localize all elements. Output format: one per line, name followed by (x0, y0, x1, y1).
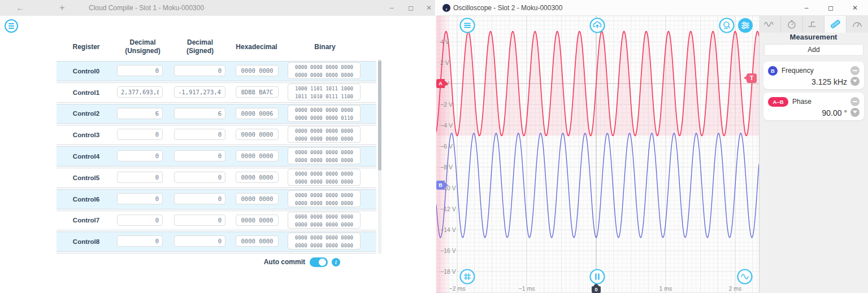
table-row: Control90000 0000 0000 00000000 0000 000… (57, 253, 376, 254)
auto-commit-toggle-knob[interactable] (319, 259, 326, 266)
binary-value[interactable]: 0000 0000 0000 00000000 0000 0000 0000 (288, 233, 361, 250)
stopwatch-tab[interactable] (781, 16, 803, 33)
register-label: Control9 (57, 253, 116, 254)
decimal-unsigned-input[interactable] (117, 193, 163, 204)
col-header-hexadecimal: Hexadecimal (231, 38, 283, 61)
measurement-name: Frequency (782, 67, 814, 75)
register-label: Control5 (57, 168, 116, 187)
step-function-tab[interactable] (803, 16, 825, 33)
decimal-unsigned-input[interactable] (117, 215, 163, 226)
table-row: Control70000 0000 0000 00000000 0000 000… (57, 211, 376, 231)
decimal-unsigned-input[interactable] (117, 108, 163, 119)
waveform-generator-button[interactable] (737, 269, 753, 285)
x-axis-tick-label: 1 ms (652, 285, 680, 292)
binary-value[interactable]: 0000 0000 0000 00000000 0000 0000 0000 (288, 62, 361, 79)
hexadecimal-input[interactable] (236, 86, 279, 98)
maximize-button[interactable]: ◻ (822, 0, 839, 16)
y-axis-tick-label: −16 V (440, 247, 456, 255)
new-tab-icon[interactable]: + (57, 0, 68, 16)
decimal-signed-input[interactable] (174, 108, 225, 119)
trigger-level-marker[interactable]: T (747, 73, 757, 83)
grid-settings-button[interactable] (459, 269, 475, 285)
scope-menu-button[interactable] (459, 18, 475, 33)
measurement-card-phase[interactable]: A–BPhase90.00 ° (763, 93, 864, 120)
decimal-signed-input[interactable] (174, 129, 225, 140)
info-icon[interactable]: i (332, 258, 340, 266)
channel-badge: B (768, 66, 778, 76)
pause-button[interactable] (589, 269, 605, 285)
table-row: Control60000 0000 0000 00000000 0000 000… (57, 189, 376, 209)
col-header-decimal-signed: Decimal (Signed) (170, 38, 231, 56)
channel-b-marker[interactable]: B (436, 181, 445, 190)
decimal-unsigned-input[interactable] (117, 129, 163, 140)
binary-value[interactable]: 0000 0000 0000 00000000 0000 0000 0000 (288, 169, 361, 186)
hexadecimal-input[interactable] (236, 172, 279, 183)
minimize-button[interactable]: – (798, 0, 815, 16)
settings-sliders-button[interactable] (737, 18, 753, 33)
decimal-unsigned-input[interactable] (117, 235, 163, 247)
decimal-signed-input[interactable] (174, 235, 225, 247)
hexadecimal-input[interactable] (236, 129, 279, 140)
decimal-signed-input[interactable] (174, 215, 225, 226)
measurement-card-frequency[interactable]: BFrequency3.125 kHz (763, 62, 864, 89)
hexadecimal-input[interactable] (236, 108, 279, 119)
register-label: Control3 (57, 125, 116, 145)
decimal-signed-input[interactable] (174, 150, 225, 161)
y-axis-tick-label: −4 V (440, 121, 453, 129)
decimal-unsigned-input[interactable] (117, 65, 163, 76)
decimal-signed-input[interactable] (174, 172, 225, 183)
binary-value[interactable]: 1000 1101 1011 10001011 1010 0111 1100 (288, 84, 361, 100)
trigger-time-marker[interactable]: 0 (592, 286, 601, 293)
decimal-signed-input[interactable] (174, 193, 225, 204)
hexadecimal-input[interactable] (236, 65, 279, 76)
close-button[interactable]: ✕ (420, 0, 437, 16)
y-axis-tick-label: −12 V (440, 205, 456, 213)
close-button[interactable]: ✕ (847, 0, 863, 16)
x-axis-tick-label: −2 ms (443, 285, 471, 292)
col-header-register: Register (57, 38, 116, 61)
decimal-unsigned-input[interactable] (117, 150, 163, 161)
table-scrollbar-thumb[interactable] (378, 60, 381, 170)
waveform-tab[interactable] (759, 16, 781, 33)
table-row: Control30000 0000 0000 00000000 0000 000… (57, 125, 376, 145)
panel-title: Measurement (759, 33, 868, 44)
maximize-button[interactable]: ◻ (402, 0, 419, 16)
hexadecimal-input[interactable] (236, 235, 279, 247)
auto-commit-label: Auto commit (215, 257, 305, 267)
remove-measurement-icon[interactable] (850, 66, 860, 75)
y-axis-tick-label: 2 V (440, 59, 449, 67)
measurement-tab[interactable] (824, 16, 847, 33)
chevron-down-icon[interactable] (850, 77, 860, 86)
cloud-upload-button[interactable] (589, 18, 605, 33)
binary-value[interactable]: 0000 0000 0000 00000000 0000 0000 0000 (288, 190, 361, 207)
table-row: Control11000 1101 1011 10001011 1010 011… (57, 82, 376, 103)
scope-display[interactable]: 4 V2 V0 V−2 V−4 V−6 V−8 V−10 V−12 V−14 V… (436, 16, 759, 293)
decimal-signed-input[interactable] (174, 86, 225, 98)
register-label: Control2 (57, 104, 116, 124)
register-label: Control0 (57, 62, 116, 81)
decimal-signed-input[interactable] (174, 65, 225, 76)
binary-value[interactable]: 0000 0000 0000 00000000 0000 0000 0110 (288, 105, 361, 122)
minimize-button[interactable]: – (383, 0, 400, 16)
remove-measurement-icon[interactable] (850, 97, 860, 106)
zoom-button[interactable] (719, 18, 735, 33)
register-label: Control1 (57, 83, 116, 102)
binary-value[interactable]: 0000 0000 0000 00000000 0000 0000 0000 (288, 147, 361, 164)
waveform-plot (436, 16, 759, 293)
probe-gauge-tab[interactable] (847, 16, 868, 33)
channel-a-marker[interactable]: A (436, 79, 445, 88)
decimal-unsigned-input[interactable] (117, 172, 163, 183)
back-arrow-icon[interactable]: ← (15, 0, 26, 16)
add-measurement-button[interactable]: Add (764, 44, 863, 56)
hexadecimal-input[interactable] (236, 150, 279, 161)
chevron-down-icon[interactable] (850, 108, 860, 117)
binary-value[interactable]: 0000 0000 0000 00000000 0000 0000 0000 (288, 126, 361, 143)
decimal-unsigned-input[interactable] (117, 86, 163, 98)
y-axis-tick-label: −18 V (440, 268, 456, 275)
binary-value[interactable]: 0000 0000 0000 00000000 0000 0000 0000 (288, 212, 361, 229)
hexadecimal-input[interactable] (236, 193, 279, 204)
hamburger-menu-icon[interactable] (5, 19, 18, 33)
register-label: Control4 (57, 147, 116, 166)
measurement-value: 90.00 ° (822, 108, 847, 117)
hexadecimal-input[interactable] (236, 215, 279, 226)
